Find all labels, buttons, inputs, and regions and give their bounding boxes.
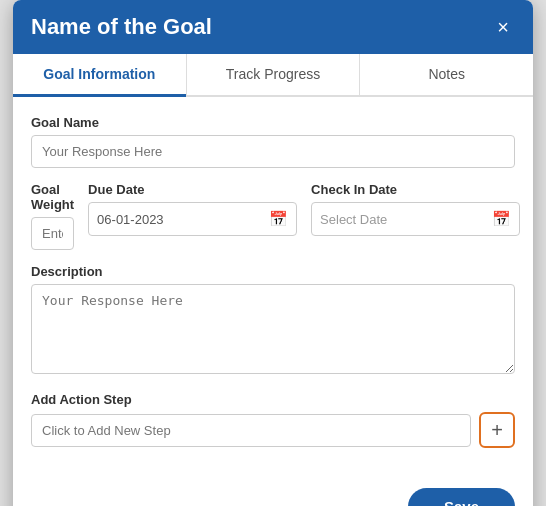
action-step-row: + (31, 412, 515, 448)
check-in-label: Check In Date (311, 182, 520, 197)
goal-name-input[interactable] (31, 135, 515, 168)
modal-title: Name of the Goal (31, 14, 212, 40)
date-weight-row: Goal Weight Due Date 📅 Check In Date 📅 (31, 182, 515, 250)
goal-name-label: Goal Name (31, 115, 515, 130)
check-in-col: Check In Date 📅 (311, 182, 520, 250)
add-step-button[interactable]: + (479, 412, 515, 448)
due-date-label: Due Date (88, 182, 297, 197)
check-in-input[interactable] (320, 212, 488, 227)
due-date-input[interactable] (97, 212, 265, 227)
tab-goal-information[interactable]: Goal Information (13, 54, 186, 97)
save-button[interactable]: Save (408, 488, 515, 506)
goal-weight-col: Goal Weight (31, 182, 74, 250)
check-in-calendar-icon[interactable]: 📅 (492, 210, 511, 228)
due-date-col: Due Date 📅 (88, 182, 297, 250)
action-step-label: Add Action Step (31, 392, 515, 407)
goal-weight-label: Goal Weight (31, 182, 74, 212)
description-label: Description (31, 264, 515, 279)
goal-modal: Name of the Goal × Goal Information Trac… (13, 0, 533, 506)
description-input[interactable] (31, 284, 515, 374)
tab-notes[interactable]: Notes (360, 54, 533, 97)
modal-footer: Save (13, 478, 533, 506)
action-step-input[interactable] (31, 414, 471, 447)
add-step-icon: + (491, 419, 503, 442)
tab-track-progress[interactable]: Track Progress (187, 54, 360, 97)
tabs-bar: Goal Information Track Progress Notes (13, 54, 533, 97)
close-button[interactable]: × (491, 15, 515, 39)
modal-header: Name of the Goal × (13, 0, 533, 54)
due-date-input-wrapper[interactable]: 📅 (88, 202, 297, 236)
due-date-calendar-icon[interactable]: 📅 (269, 210, 288, 228)
modal-body: Goal Name Goal Weight Due Date 📅 Check I… (13, 97, 533, 478)
action-step-group: Add Action Step + (31, 392, 515, 448)
description-group: Description (31, 264, 515, 378)
goal-weight-input[interactable] (31, 217, 74, 250)
goal-name-group: Goal Name (31, 115, 515, 168)
check-in-input-wrapper[interactable]: 📅 (311, 202, 520, 236)
